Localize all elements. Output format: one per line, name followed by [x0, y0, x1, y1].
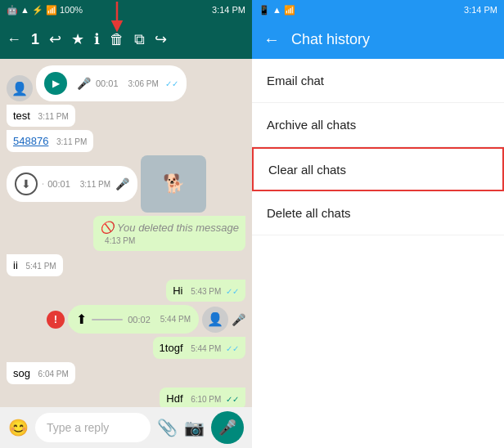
avatar: 👤 — [202, 307, 228, 333]
selection-count: 1 — [31, 31, 39, 48]
signal-icon: ▲ — [272, 5, 281, 15]
text-message-received: test 3:11 PM — [7, 105, 75, 127]
input-placeholder: Type a reply — [47, 421, 109, 434]
signal-icon: ▲ — [20, 5, 29, 15]
red-arrow-indicator — [105, 2, 129, 33]
reply-input[interactable]: Type a reply — [35, 413, 151, 442]
reply-icon[interactable]: ↩ — [49, 30, 61, 48]
deleted-message-sent: 🚫 You deleted this message 4:13 PM — [93, 216, 245, 251]
voice-error-group: 👤 🎤 — [202, 307, 245, 333]
message-time: 6:10 PM — [191, 395, 221, 404]
delete-icon-wrapper: 🗑 — [110, 31, 124, 48]
sidebar-item-clear-all-chats[interactable]: Clear all chats — [252, 147, 504, 191]
camera-icon[interactable]: 📷 — [184, 418, 205, 437]
usb-icon: ⚡ — [32, 5, 43, 16]
message-time: 6:04 PM — [38, 370, 69, 379]
android-icon: 🤖 — [7, 5, 18, 16]
deleted-message-text: 🚫 You deleted this message — [100, 221, 239, 234]
mic-icon: 🎤 — [232, 313, 245, 326]
voice-sent-row: 👤 🎤 ⬆ 00:02 5:44 PM ! — [47, 305, 245, 334]
wifi-icon: 📶 — [284, 5, 295, 16]
left-panel: 🤖 ▲ ⚡ 📶 100% 3:14 PM ← 1 ↩ ★ ℹ 🗑 — [0, 0, 252, 448]
message-time: 3:06 PM — [128, 79, 159, 88]
error-badge: ! — [47, 311, 65, 329]
read-ticks: ✓✓ — [226, 395, 239, 404]
voice-duration: 00:01 — [96, 78, 119, 88]
message-text: test — [13, 110, 30, 122]
sidebar-item-delete-all-chats[interactable]: Delete all chats — [252, 191, 504, 235]
read-ticks: ✓✓ — [165, 79, 178, 88]
message-time: 3:11 PM — [38, 112, 69, 121]
star-icon[interactable]: ★ — [71, 30, 84, 48]
mic-icon: 🎤 — [115, 177, 129, 190]
delete-icon[interactable]: 🗑 — [110, 31, 124, 47]
message-text: Hi — [173, 284, 182, 297]
link-message-received: 548876 3:11 PM — [7, 130, 93, 152]
voice-duration: 00:02 — [128, 315, 151, 325]
download-button[interactable]: ⬇ — [15, 172, 38, 195]
back-button[interactable]: ← — [7, 31, 21, 48]
text-message-sent: 1togf 5:44 PM ✓✓ — [153, 337, 245, 359]
message-text: sog — [13, 367, 30, 379]
message-link[interactable]: 548876 — [13, 135, 48, 147]
right-panel: 📱 ▲ 📶 3:14 PM ← Chat history Email chat … — [252, 0, 504, 448]
right-back-button[interactable]: ← — [263, 30, 280, 49]
message-time: 5:44 PM — [160, 315, 191, 324]
mic-button[interactable]: 🎤 — [211, 411, 244, 444]
message-text: You deleted this message — [117, 222, 239, 234]
list-item: test 3:11 PM — [7, 105, 245, 127]
list-item: 🚫 You deleted this message 4:13 PM — [7, 216, 245, 251]
sidebar-item-email-chat[interactable]: Email chat — [252, 59, 504, 103]
play-button[interactable]: ▶ — [44, 72, 67, 95]
message-text: ii — [13, 259, 18, 271]
copy-icon[interactable]: ⧉ — [134, 31, 145, 48]
menu-item-label: Archive all chats — [267, 118, 356, 132]
chat-area: 👤 ▶ 🎤 00:01 3:06 PM ✓✓ test 3:11 PM 5488… — [0, 59, 252, 407]
message-time: 3:11 PM — [56, 137, 87, 146]
info-icon[interactable]: ℹ — [94, 30, 100, 48]
right-status-time: 3:14 PM — [464, 5, 497, 15]
status-bar-left: 🤖 ▲ ⚡ 📶 100% — [7, 5, 83, 16]
list-item: sog 6:04 PM — [7, 362, 245, 384]
list-item: ii 5:41 PM — [7, 254, 245, 276]
right-toolbar-title: Chat history — [291, 31, 370, 48]
menu-item-label: Clear all chats — [268, 163, 346, 177]
left-toolbar: ← 1 ↩ ★ ℹ 🗑 ⧉ ↪ — [0, 20, 252, 59]
message-time: 5:41 PM — [25, 262, 56, 271]
right-toolbar: ← Chat history — [252, 20, 504, 59]
emoji-icon[interactable]: 😊 — [8, 418, 29, 437]
list-item: ⬇ 00:01 3:11 PM 🎤 🐕 — [7, 155, 245, 213]
deleted-icon: 🚫 — [100, 221, 114, 234]
message-time: 5:43 PM — [191, 287, 221, 296]
attach-icon[interactable]: 📎 — [157, 418, 178, 437]
forward-icon[interactable]: ↪ — [155, 30, 167, 48]
message-time: 5:44 PM — [191, 344, 221, 353]
list-item: 👤 🎤 ⬆ 00:02 5:44 PM ! — [7, 305, 245, 334]
chat-input-bar: 😊 Type a reply 📎 📷 🎤 — [0, 407, 252, 448]
read-ticks: ✓✓ — [226, 287, 239, 296]
right-status-icons: 📱 ▲ 📶 — [259, 5, 295, 16]
message-time: 4:13 PM — [105, 236, 135, 245]
voice-message-received: ▶ 🎤 00:01 3:06 PM ✓✓ — [36, 65, 187, 101]
image-message[interactable]: 🐕 — [141, 155, 206, 213]
sidebar-item-archive-all-chats[interactable]: Archive all chats — [252, 103, 504, 147]
message-text: Hdf — [166, 392, 182, 405]
message-time: 3:11 PM — [80, 180, 110, 189]
wifi-icon: 📶 — [46, 5, 57, 16]
upload-button[interactable]: ⬆ — [76, 311, 87, 327]
menu-item-label: Email chat — [267, 74, 324, 87]
whatsapp-icon: 📱 — [259, 5, 270, 16]
message-text: 1togf — [160, 342, 183, 354]
menu-list: Email chat Archive all chats Clear all c… — [252, 59, 504, 448]
voice-image-row: ⬇ 00:01 3:11 PM 🎤 🐕 — [7, 155, 206, 213]
avatar: 👤 — [7, 75, 33, 101]
read-ticks: ✓✓ — [226, 344, 239, 353]
mic-icon: 🎤 — [77, 77, 91, 90]
voice-message-sent: ⬆ 00:02 5:44 PM — [68, 305, 199, 334]
text-message-received: ii 5:41 PM — [7, 254, 63, 276]
battery-status: 100% — [60, 5, 83, 15]
list-item: Hdf 6:10 PM ✓✓ — [7, 388, 245, 407]
list-item: 1togf 5:44 PM ✓✓ — [7, 337, 245, 359]
voice-duration: 00:01 — [47, 179, 70, 189]
list-item: 548876 3:11 PM — [7, 130, 245, 152]
